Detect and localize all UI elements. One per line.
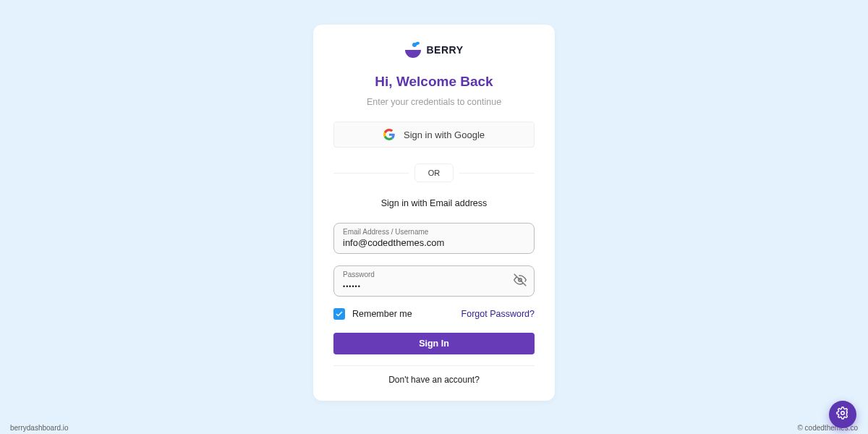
- footer-left[interactable]: berrydashboard.io: [10, 424, 69, 432]
- password-field[interactable]: [343, 283, 505, 290]
- password-field-wrapper[interactable]: Password: [333, 265, 535, 297]
- email-field[interactable]: [343, 237, 525, 248]
- divider-row: OR: [333, 163, 535, 182]
- email-signin-heading: Sign in with Email address: [333, 198, 535, 208]
- login-card: BERRY Hi, Welcome Back Enter your creden…: [313, 25, 555, 401]
- no-account-link[interactable]: Don't have an account?: [333, 375, 535, 385]
- google-signin-button[interactable]: Sign in with Google: [333, 122, 535, 148]
- brand-name: BERRY: [427, 44, 464, 56]
- google-signin-label: Sign in with Google: [404, 129, 485, 140]
- gear-icon: [836, 407, 849, 422]
- email-field-label: Email Address / Username: [343, 228, 525, 236]
- remember-me-checkbox[interactable]: [333, 308, 345, 320]
- brand-logo-icon: [405, 42, 421, 58]
- eye-off-icon[interactable]: [514, 273, 527, 289]
- page-subtitle: Enter your credentials to continue: [333, 97, 535, 107]
- divider-line-left: [333, 173, 409, 174]
- brand-row: BERRY: [333, 42, 535, 58]
- bottom-divider: [333, 365, 535, 366]
- email-field-wrapper[interactable]: Email Address / Username: [333, 223, 535, 254]
- password-field-label: Password: [343, 271, 525, 278]
- page-title: Hi, Welcome Back: [333, 74, 535, 90]
- forgot-password-link[interactable]: Forgot Password?: [461, 309, 535, 319]
- signin-button[interactable]: Sign In: [333, 333, 535, 354]
- svg-point-1: [841, 412, 845, 415]
- google-icon: [383, 129, 395, 140]
- remember-me-label: Remember me: [352, 309, 412, 319]
- divider-chip: OR: [414, 163, 454, 182]
- settings-fab[interactable]: [829, 401, 856, 428]
- remember-forgot-row: Remember me Forgot Password?: [333, 308, 535, 320]
- remember-me-group[interactable]: Remember me: [333, 308, 412, 320]
- divider-line-right: [459, 173, 535, 174]
